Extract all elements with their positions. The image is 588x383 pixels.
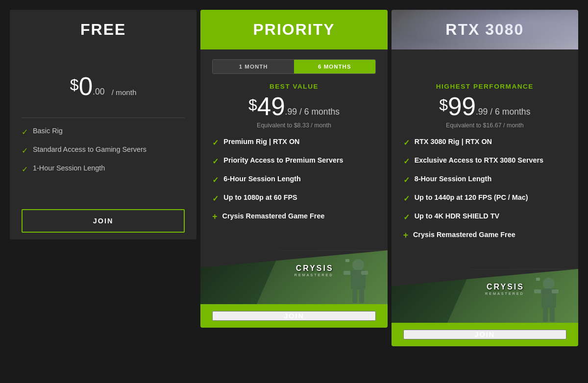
rtx-price-main: $99.99 / 6 months xyxy=(403,94,566,119)
rtx-features-list: ✓ RTX 3080 Rig | RTX ON ✓ Exclusive Acce… xyxy=(403,138,566,249)
svg-rect-4 xyxy=(352,289,357,303)
priority-feature-1: ✓ Premium Rig | RTX ON xyxy=(212,138,375,147)
priority-plan-header: PRIORITY xyxy=(200,10,387,49)
rtx-price-equivalent: Equivalent to $16.67 / month xyxy=(403,122,566,129)
priority-check-icon-4: ✓ xyxy=(212,194,219,203)
rtx-feature-2: ✓ Exclusive Access to RTX 3080 Servers xyxy=(403,156,566,166)
free-feature-2: ✓ Standard Access to Gaming Servers xyxy=(22,145,185,155)
priority-dollar-sign: $ xyxy=(248,97,257,113)
plan-card-free: FREE $0.00 / month ✓ Basic Rig ✓ Standar… xyxy=(10,10,196,239)
priority-check-icon-1: ✓ xyxy=(212,138,219,147)
rtx-soldier-silhouette xyxy=(524,274,568,323)
check-icon-3: ✓ xyxy=(22,165,28,174)
rtx-card-footer: CRYSIS REMASTERED JOIN xyxy=(392,269,578,346)
rtx-feature-5-text: Up to 4K HDR SHIELD TV xyxy=(415,212,500,220)
rtx-check-icon-4: ✓ xyxy=(403,194,410,203)
priority-best-value-badge: BEST VALUE xyxy=(212,83,375,90)
plan-card-rtx: RTX 3080 HIGHEST PERFORMANCE $99.99 / 6 … xyxy=(392,10,578,346)
rtx-crysis-brand-sub: REMASTERED xyxy=(485,291,524,296)
free-dollar-sign: $ xyxy=(70,77,79,93)
rtx-performance-badge: HIGHEST PERFORMANCE xyxy=(403,83,566,90)
rtx-crysis-brand: CRYSIS REMASTERED xyxy=(485,283,524,296)
rtx-crysis-brand-text: CRYSIS xyxy=(485,283,524,291)
priority-price-equivalent: Equivalent to $8.33 / month xyxy=(212,122,375,129)
free-plan-title: FREE xyxy=(20,21,187,39)
priority-card-footer: CRYSIS REMASTERED JOIN xyxy=(200,250,387,328)
priority-price-main: $49.99 / 6 months xyxy=(212,94,375,119)
priority-feature-5: + Crysis Remastered Game Free xyxy=(212,212,375,222)
svg-point-0 xyxy=(352,259,364,271)
rtx-price-amount: 99 xyxy=(448,93,476,120)
free-feature-2-text: Standard Access to Gaming Servers xyxy=(33,145,147,153)
free-join-bar: JOIN xyxy=(10,202,196,239)
rtx-feature-4-text: Up to 1440p at 120 FPS (PC / Mac) xyxy=(415,193,528,201)
priority-toggle-6months[interactable]: 6 MONTHS xyxy=(294,60,375,73)
priority-soldier-silhouette xyxy=(334,255,378,304)
priority-feature-4-text: Up to 1080p at 60 FPS xyxy=(223,193,297,201)
priority-toggle-1month[interactable]: 1 MONTH xyxy=(213,60,294,73)
priority-plan-title: PRIORITY xyxy=(210,21,377,39)
svg-rect-3 xyxy=(361,271,368,275)
free-price-cents: .00 xyxy=(93,88,104,96)
priority-feature-5-text: Crysis Remastered Game Free xyxy=(222,212,325,220)
free-price-period: / month xyxy=(112,88,137,96)
free-feature-1-text: Basic Rig xyxy=(33,127,63,135)
free-features-list: ✓ Basic Rig ✓ Standard Access to Gaming … xyxy=(22,127,185,183)
rtx-check-icon-5: ✓ xyxy=(403,213,410,222)
rtx-check-icon-3: ✓ xyxy=(403,175,410,185)
plan-card-priority: PRIORITY 1 MONTH 6 MONTHS BEST VALUE $49… xyxy=(200,10,387,328)
free-price-amount: 0 xyxy=(79,72,93,100)
free-divider xyxy=(22,118,185,118)
priority-price-cents: .99 / 6 months xyxy=(285,108,340,117)
free-feature-3: ✓ 1-Hour Session Length xyxy=(22,164,185,174)
free-join-button[interactable]: JOIN xyxy=(22,209,185,233)
priority-duration-toggle: 1 MONTH 6 MONTHS xyxy=(212,59,375,74)
priority-feature-1-text: Premium Rig | RTX ON xyxy=(223,138,299,145)
rtx-plan-header: RTX 3080 xyxy=(392,10,578,49)
priority-join-button[interactable]: JOIN xyxy=(212,311,375,321)
rtx-feature-2-text: Exclusive Access to RTX 3080 Servers xyxy=(415,156,543,164)
rtx-feature-3-text: 8-Hour Session Length xyxy=(415,175,492,183)
rtx-price-cents: .99 / 6 months xyxy=(476,108,531,117)
svg-rect-11 xyxy=(543,308,548,322)
rtx-feature-1-text: RTX 3080 Rig | RTX ON xyxy=(415,138,492,145)
rtx-plan-body: HIGHEST PERFORMANCE $99.99 / 6 months Eq… xyxy=(392,49,578,269)
priority-check-icon-3: ✓ xyxy=(212,175,219,185)
rtx-price-block: $99.99 / 6 months xyxy=(403,94,566,119)
priority-plan-body: 1 MONTH 6 MONTHS BEST VALUE $49.99 / 6 m… xyxy=(200,49,387,250)
free-price-block: $0.00 / month xyxy=(22,59,185,109)
free-plan-body: $0.00 / month ✓ Basic Rig ✓ Standard Acc… xyxy=(10,49,196,202)
rtx-feature-3: ✓ 8-Hour Session Length xyxy=(403,175,566,185)
rtx-footer-bg: CRYSIS REMASTERED xyxy=(392,269,578,323)
free-feature-1: ✓ Basic Rig xyxy=(22,127,185,137)
priority-crysis-brand-text: CRYSIS xyxy=(294,264,334,273)
rtx-feature-1: ✓ RTX 3080 Rig | RTX ON xyxy=(403,138,566,147)
free-feature-3-text: 1-Hour Session Length xyxy=(33,164,105,172)
rtx-check-icon-2: ✓ xyxy=(403,157,410,166)
priority-plus-icon-5: + xyxy=(212,212,217,222)
priority-price-amount: 49 xyxy=(257,93,285,120)
rtx-check-icon-1: ✓ xyxy=(403,138,410,147)
priority-feature-2-text: Priority Access to Premium Servers xyxy=(223,156,343,164)
priority-crysis-brand: CRYSIS REMASTERED xyxy=(294,264,334,277)
priority-crysis-brand-sub: REMASTERED xyxy=(294,273,334,277)
priority-footer-bg: CRYSIS REMASTERED xyxy=(200,250,387,304)
svg-rect-6 xyxy=(345,259,349,262)
rtx-join-bar: JOIN xyxy=(392,323,578,346)
rtx-feature-6-text: Crysis Remastered Game Free xyxy=(413,231,515,239)
rtx-dollar-sign: $ xyxy=(439,97,448,113)
priority-check-icon-2: ✓ xyxy=(212,157,219,166)
rtx-feature-5: ✓ Up to 4K HDR SHIELD TV xyxy=(403,212,566,222)
priority-features-list: ✓ Premium Rig | RTX ON ✓ Priority Access… xyxy=(212,138,375,231)
svg-rect-9 xyxy=(534,289,541,293)
check-icon-2: ✓ xyxy=(22,146,28,155)
free-price-main: $0.00 / month xyxy=(22,74,185,99)
svg-point-7 xyxy=(543,278,555,289)
svg-rect-13 xyxy=(536,278,540,281)
rtx-feature-4: ✓ Up to 1440p at 120 FPS (PC / Mac) xyxy=(403,193,566,203)
priority-feature-3: ✓ 6-Hour Session Length xyxy=(212,175,375,185)
pricing-container: FREE $0.00 / month ✓ Basic Rig ✓ Standar… xyxy=(10,10,578,346)
rtx-join-button[interactable]: JOIN xyxy=(403,330,566,339)
check-icon-1: ✓ xyxy=(22,127,28,137)
rtx-feature-6: + Crysis Remastered Game Free xyxy=(403,231,566,240)
